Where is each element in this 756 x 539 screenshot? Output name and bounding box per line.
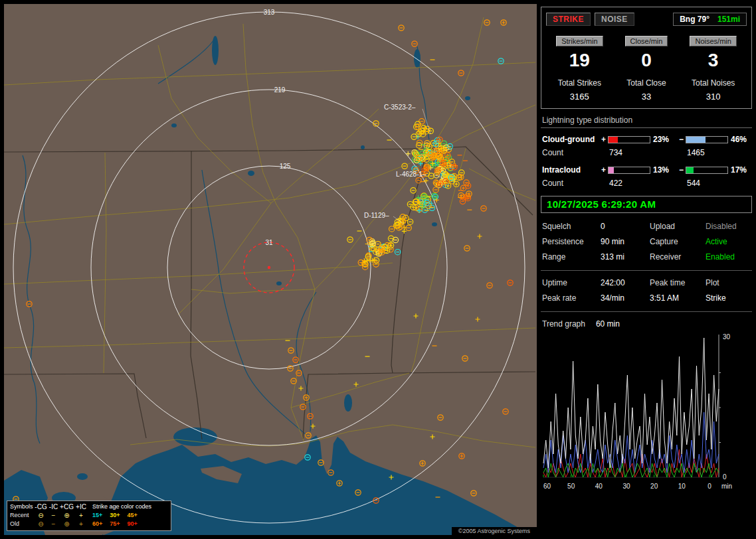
svg-text:219: 219: [274, 86, 286, 94]
legend-col-pos-ic: +IC: [74, 502, 88, 511]
svg-text:30: 30: [622, 483, 630, 490]
svg-text:min: min: [721, 483, 732, 490]
total-close: Total Close33: [626, 78, 666, 102]
svg-text:60: 60: [543, 483, 551, 490]
map-canvas[interactable]: 31321912531 C-3523-2–L-4628-1–D-1129–: [4, 4, 537, 535]
totals-row: Total Strikes3165 Total Close33 Total No…: [546, 78, 747, 102]
rate-values-row: 19 0 3: [546, 50, 747, 71]
svg-text:40: 40: [595, 483, 603, 490]
lightning-monitor-app: 31321912531 C-3523-2–L-4628-1–D-1129– Sy…: [0, 0, 756, 539]
detector-status-box: STRIKE NOISE Bng 79° 151mi Strikes/min C…: [541, 7, 752, 109]
legend-symbols-header: Symbols: [10, 502, 35, 511]
legend-row: Recent⊖−⊕+15+30+45+: [10, 511, 168, 520]
land-background: [4, 4, 537, 535]
svg-text:C-3523-2–: C-3523-2–: [384, 104, 416, 111]
session-grid: Uptime 242:00 Peak time Plot Peak rate 3…: [542, 278, 751, 303]
cg-neg-count: 1465: [686, 148, 728, 157]
capture-label: Capture: [650, 237, 706, 246]
noise-alarm-button[interactable]: NOISE: [595, 13, 634, 26]
svg-text:30: 30: [723, 333, 731, 341]
upload-status: Disabled: [706, 222, 751, 231]
upload-label: Upload: [650, 222, 706, 231]
plot-mode-value: Strike: [706, 293, 751, 303]
right-panel: STRIKE NOISE Bng 79° 151mi Strikes/min C…: [541, 4, 752, 535]
ic-neg-bar: [686, 167, 728, 174]
peak-time-value: 3:51 AM: [650, 293, 706, 303]
cg-pos-count: 734: [608, 148, 650, 157]
squelch-value: 0: [601, 222, 650, 231]
ic-pos-bar: [608, 167, 650, 174]
capture-status: Active: [706, 237, 751, 246]
close-per-min-value: 0: [641, 50, 652, 71]
svg-text:20: 20: [650, 483, 658, 490]
legend-header-row: Symbols -CG -IC +CG +IC Strike age color…: [10, 502, 168, 511]
svg-text:31: 31: [265, 239, 273, 246]
cloud-ground-distribution: Cloud-ground + 23% − 46% Count 734 1465: [542, 135, 751, 157]
ic-count-label: Count: [542, 179, 599, 188]
svg-text:L-4628-1–: L-4628-1–: [396, 171, 426, 178]
strike-map[interactable]: 31321912531 C-3523-2–L-4628-1–D-1129– Sy…: [4, 4, 537, 535]
receiver-label: Receiver: [650, 252, 706, 262]
legend-col-neg-cg: -CG: [35, 502, 47, 511]
persistence-label: Persistence: [542, 237, 601, 246]
close-per-min-chip[interactable]: Close/min: [625, 36, 668, 46]
minus-sign: −: [677, 135, 686, 144]
distance-value: 151mi: [717, 15, 740, 24]
receiver-status: Enabled: [706, 252, 751, 262]
svg-text:D-1129–: D-1129–: [364, 212, 389, 219]
squelch-label: Squelch: [542, 222, 601, 231]
map-legend: Symbols -CG -IC +CG +IC Strike age color…: [7, 501, 171, 531]
distribution-title: Lightning type distribution: [541, 116, 752, 128]
strikes-per-min-chip[interactable]: Strikes/min: [556, 36, 603, 46]
legend-row: Old⊖−⊕+60+75+90+: [10, 520, 168, 528]
strikes-per-min-value: 19: [569, 50, 590, 71]
total-strikes: Total Strikes3165: [558, 78, 601, 102]
svg-text:313: 313: [264, 9, 275, 16]
minus-sign: −: [677, 165, 686, 175]
trend-graph-row: Trend graph 60 min: [542, 319, 751, 329]
noises-per-min-chip[interactable]: Noises/min: [690, 36, 736, 46]
persistence-value: 90 min: [601, 237, 650, 246]
cloud-ground-label: Cloud-ground: [542, 135, 599, 144]
alarm-button-row: STRIKE NOISE Bng 79° 151mi: [546, 13, 747, 26]
cg-neg-bar: [686, 136, 728, 143]
intracloud-distribution: Intracloud + 13% − 17% Count 422 544: [542, 165, 751, 188]
trend-graph: 300min6050403020100: [541, 331, 748, 499]
datetime-display: 10/27/2025 6:29:20 AM: [541, 196, 752, 213]
copyright-label: ©2005 Astrogenic Systems: [452, 527, 537, 536]
plus-sign: +: [599, 135, 608, 144]
range-value: 313 mi: [601, 252, 650, 262]
settings-grid: Squelch 0 Upload Disabled Persistence 90…: [542, 222, 751, 262]
svg-text:10: 10: [678, 483, 686, 490]
legend-rows: Recent⊖−⊕+15+30+45+Old⊖−⊕+60+75+90+: [10, 511, 168, 528]
total-noises: Total Noises310: [692, 78, 735, 102]
ic-neg-count: 544: [686, 179, 728, 188]
ic-neg-pct: 17%: [728, 165, 755, 175]
svg-text:50: 50: [567, 483, 575, 490]
svg-text:0: 0: [723, 473, 727, 481]
rate-labels-row: Strikes/min Close/min Noises/min: [546, 36, 747, 46]
svg-text:125: 125: [280, 163, 291, 170]
peak-rate-label: Peak rate: [542, 293, 601, 303]
strike-alarm-button[interactable]: STRIKE: [546, 13, 591, 26]
cg-count-label: Count: [542, 148, 599, 157]
divider: [541, 311, 752, 312]
bearing-value: Bng 79°: [680, 15, 709, 24]
legend-age-header: Strike age color codes: [88, 502, 168, 511]
trend-graph-label: Trend graph: [542, 319, 585, 329]
ic-pos-pct: 13%: [650, 165, 677, 175]
peak-time-label: Peak time: [650, 278, 706, 287]
peak-rate-value: 34/min: [601, 293, 650, 303]
cg-pos-bar: [608, 136, 650, 143]
svg-text:0: 0: [708, 483, 711, 490]
uptime-value: 242:00: [601, 278, 650, 287]
legend-col-pos-cg: +CG: [60, 502, 74, 511]
uptime-label: Uptime: [542, 278, 601, 287]
divider: [541, 270, 752, 271]
plot-label: Plot: [706, 278, 751, 287]
legend-col-neg-ic: -IC: [47, 502, 60, 511]
range-label: Range: [542, 252, 601, 262]
intracloud-label: Intracloud: [542, 165, 599, 175]
bearing-readout: Bng 79° 151mi: [673, 13, 747, 26]
cg-neg-pct: 46%: [728, 135, 755, 144]
